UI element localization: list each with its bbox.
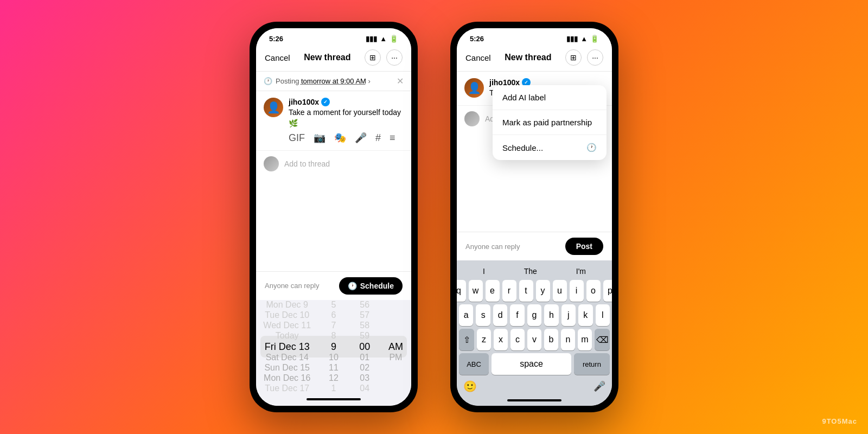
suggestion-2[interactable]: I'm	[572, 266, 590, 277]
cancel-button-right[interactable]: Cancel	[465, 53, 491, 62]
clock-icon-banner: 🕐	[264, 77, 272, 85]
key-i[interactable]: i	[570, 280, 584, 302]
key-z[interactable]: z	[477, 329, 491, 350]
status-icons-left: ▮▮▮ ▲ 🔋	[366, 35, 398, 43]
shift-key[interactable]: ⇧	[459, 329, 474, 350]
close-banner-icon[interactable]: ✕	[397, 76, 404, 86]
status-icons-right: ▮▮▮ ▲ 🔋	[566, 35, 599, 43]
picker-min-4: 00	[349, 341, 380, 353]
date-picker[interactable]: Mon Dec 9 Tue Dec 10 Wed Dec 11 Today Fr…	[256, 300, 411, 394]
key-b[interactable]: b	[544, 329, 558, 350]
suggestion-1[interactable]: The	[520, 266, 541, 277]
cancel-button-left[interactable]: Cancel	[265, 53, 290, 62]
key-t[interactable]: t	[519, 280, 533, 302]
bottom-bar-left: Anyone can reply 🕐 Schedule	[256, 271, 411, 300]
hash-icon[interactable]: #	[375, 132, 381, 144]
picker-date-6: Sun Dec 15	[256, 363, 318, 373]
key-r[interactable]: r	[502, 280, 516, 302]
nav-icons-right: ⊞ ···	[565, 49, 603, 66]
picker-hour-7: 12	[318, 373, 349, 384]
anyone-reply-right[interactable]: Anyone can reply	[465, 242, 520, 251]
dropdown-schedule[interactable]: Schedule... 🕐	[493, 135, 607, 160]
image-icon[interactable]: 📷	[314, 132, 326, 144]
anyone-reply-left[interactable]: Anyone can reply	[265, 282, 319, 290]
picker-ampm-8	[380, 384, 411, 394]
key-u[interactable]: u	[553, 280, 567, 302]
key-x[interactable]: x	[494, 329, 508, 350]
copy-icon-left[interactable]: ⊞	[365, 49, 381, 66]
add-ai-label-text: Add AI label	[502, 93, 546, 102]
key-a[interactable]: a	[459, 304, 473, 326]
picker-col-ampm: AM PM	[380, 300, 411, 394]
key-q[interactable]: q	[457, 280, 466, 302]
left-phone: 5:26 ▮▮▮ ▲ 🔋 Cancel New thread ⊞ ··· 🕐 P…	[250, 22, 418, 412]
key-v[interactable]: v	[527, 329, 541, 350]
dropdown-menu: Add AI label Mark as paid partnership Sc…	[493, 85, 607, 160]
suggestion-0[interactable]: I	[478, 266, 489, 277]
avatar-left: 👤	[264, 98, 283, 117]
picker-ampm-2	[380, 321, 411, 331]
key-j[interactable]: j	[561, 304, 576, 326]
delete-key[interactable]: ⌫	[595, 329, 610, 350]
watermark: 9TO5Mac	[822, 417, 857, 425]
post-button-right[interactable]: Post	[565, 238, 603, 255]
dropdown-add-ai-label[interactable]: Add AI label	[493, 85, 607, 110]
signal-icon-right: ▮▮▮	[566, 35, 578, 43]
key-s[interactable]: s	[476, 304, 490, 326]
mark-partnership-text: Mark as paid partnership	[502, 118, 592, 127]
picker-date-2: Wed Dec 11	[256, 321, 318, 331]
add-thread-text-left: Add to thread	[284, 159, 330, 168]
picker-date-1: Tue Dec 10	[256, 310, 318, 321]
home-indicator-right	[457, 396, 612, 406]
return-key[interactable]: return	[574, 353, 610, 375]
space-key[interactable]: space	[492, 353, 571, 375]
sticker-icon[interactable]: 🎭	[334, 132, 346, 144]
clock-icon-dropdown: 🕐	[586, 143, 597, 152]
picker-hour-6: 11	[318, 363, 349, 373]
dropdown-mark-partnership[interactable]: Mark as paid partnership	[493, 110, 607, 135]
key-k[interactable]: k	[578, 304, 592, 326]
key-o[interactable]: o	[586, 280, 601, 302]
keyboard-row-1: q w e r t y u i o p	[459, 280, 610, 302]
picker-col-dates: Mon Dec 9 Tue Dec 10 Wed Dec 11 Today Fr…	[256, 300, 318, 394]
key-e[interactable]: e	[486, 280, 500, 302]
keyboard-row-2: a s d f g h j k l	[459, 304, 610, 326]
key-h[interactable]: h	[544, 304, 558, 326]
post-text-left[interactable]: Take a moment for yourself today 🌿	[289, 107, 404, 129]
key-w[interactable]: w	[469, 280, 483, 302]
time-right: 5:26	[470, 35, 484, 43]
battery-icon-right: 🔋	[590, 35, 599, 43]
keyboard-area: I The I'm q w e r t y u i o p a s d	[457, 260, 612, 396]
keyboard-row-3: ⇧ z x c v b n m ⌫	[459, 329, 610, 350]
mic-icon[interactable]: 🎤	[355, 132, 367, 144]
nav-bar-left: Cancel New thread ⊞ ···	[256, 45, 411, 72]
key-m[interactable]: m	[578, 329, 592, 350]
key-p[interactable]: p	[603, 280, 612, 302]
emoji-key[interactable]: 🙂	[463, 380, 477, 393]
key-f[interactable]: f	[510, 304, 524, 326]
picker-hour-0: 5	[318, 300, 349, 310]
abc-key[interactable]: ABC	[459, 353, 489, 375]
key-y[interactable]: y	[536, 280, 550, 302]
align-icon[interactable]: ≡	[390, 132, 395, 144]
key-d[interactable]: d	[493, 304, 507, 326]
post-content-left: jiho100x ✓ Take a moment for yourself to…	[289, 98, 404, 144]
picker-ampm-3	[380, 331, 411, 341]
add-thread-left[interactable]: Add to thread	[256, 151, 411, 177]
copy-icon-right[interactable]: ⊞	[565, 49, 582, 66]
nav-bar-right: Cancel New thread ⊞ ···	[457, 45, 612, 72]
key-g[interactable]: g	[527, 304, 541, 326]
verified-badge-left: ✓	[321, 98, 330, 106]
key-l[interactable]: l	[596, 304, 610, 326]
gif-icon[interactable]: GIF	[289, 132, 305, 144]
keyboard-mic-key[interactable]: 🎤	[593, 380, 605, 392]
schedule-button-left[interactable]: 🕐 Schedule	[339, 277, 403, 295]
key-n[interactable]: n	[561, 329, 575, 350]
picker-min-8: 04	[349, 384, 380, 394]
picker-ampm-4: AM	[380, 341, 411, 353]
key-c[interactable]: c	[510, 329, 525, 350]
suggestions-row: I The I'm	[459, 264, 610, 280]
banner-link[interactable]: tomorrow at 9:00 AM	[301, 77, 366, 85]
more-icon-right[interactable]: ···	[587, 49, 603, 66]
more-icon-left[interactable]: ···	[386, 49, 403, 66]
